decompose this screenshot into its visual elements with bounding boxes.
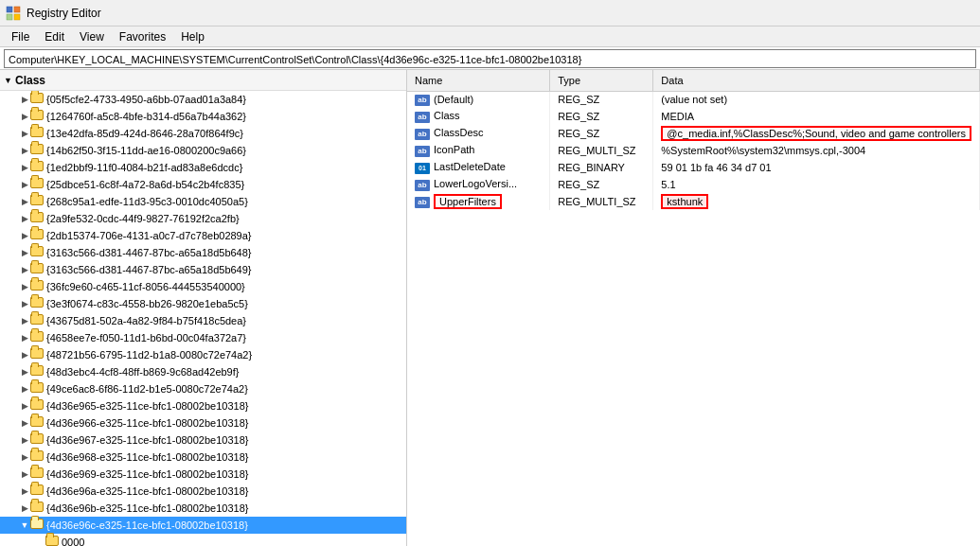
data-highlight: @c_media.inf,%ClassDesc%;Sound, video an…	[661, 126, 971, 141]
tree-panel[interactable]: ▼ Class ▶ {05f5cfe2-4733-4950-a6bb-07aad…	[0, 70, 407, 546]
tree-item[interactable]: ▶ {14b62f50-3f15-11dd-ae16-0800200c9a66}	[0, 142, 406, 159]
tree-item[interactable]: 0000	[0, 534, 406, 546]
tree-item[interactable]: ▶ {4d36e969-e325-11ce-bfc1-08002be10318}	[0, 466, 406, 483]
ab-icon: ab	[415, 180, 430, 191]
registry-data: (value not set)	[653, 91, 980, 108]
tree-item[interactable]: ▶ {48d3ebc4-4cf8-48ff-b869-9c68ad42eb9f}	[0, 363, 406, 380]
registry-row[interactable]: abLowerLogoVersi... REG_SZ 5.1	[407, 176, 980, 193]
tree-item-label: {25dbce51-6c8f-4a72-8a6d-b54c2b4fc835}	[46, 179, 244, 190]
registry-row[interactable]: ab(Default) REG_SZ (value not set)	[407, 91, 980, 108]
menu-help[interactable]: Help	[173, 28, 212, 45]
tree-item-label: {1ed2bbf9-11f0-4084-b21f-ad83a8e6dcdc}	[46, 162, 242, 173]
registry-row[interactable]: 01LastDeleteDate REG_BINARY 59 01 1b fa …	[407, 159, 980, 176]
tree-item[interactable]: ▶ {3163c566-d381-4467-87bc-a65a18d5b649}	[0, 261, 406, 278]
folder-icon	[30, 484, 44, 498]
ab-icon: ab	[415, 129, 430, 140]
tree-item-label: {48721b56-6795-11d2-b1a8-0080c72e74a2}	[46, 349, 252, 361]
tree-item[interactable]: ▶ {05f5cfe2-4733-4950-a6bb-07aad01a3a84}	[0, 91, 406, 108]
registry-type: REG_SZ	[550, 176, 653, 193]
registry-data: MEDIA	[653, 108, 980, 125]
folder-icon	[30, 314, 44, 327]
registry-row[interactable]: abIconPath REG_MULTI_SZ %SystemRoot%\sys…	[407, 142, 980, 159]
tree-item[interactable]: ▶ {49ce6ac8-6f86-11d2-b1e5-0080c72e74a2}	[0, 380, 406, 397]
menu-favorites[interactable]: Favorites	[112, 28, 173, 45]
tree-item[interactable]: ▶ {4d36e966-e325-11ce-bfc1-08002be10318}	[0, 414, 406, 432]
folder-icon	[30, 348, 44, 361]
tree-arrow: ▶	[19, 112, 30, 121]
registry-row[interactable]: abClassDesc REG_SZ @c_media.inf,%ClassDe…	[407, 125, 980, 142]
registry-row[interactable]: abClass REG_SZ MEDIA	[407, 108, 980, 125]
ab-icon: ab	[415, 197, 430, 208]
tree-item[interactable]: ▶ {25dbce51-6c8f-4a72-8a6d-b54c2b4fc835}	[0, 176, 406, 193]
tree-item-label: {4d36e96b-e325-11ce-bfc1-08002be10318}	[46, 502, 248, 514]
tree-arrow: ▶	[19, 231, 30, 240]
tree-item[interactable]: ▼ {4d36e96c-e325-11ce-bfc1-08002be10318}	[0, 517, 406, 534]
tree-item[interactable]: ▶ {268c95a1-edfe-11d3-95c3-0010dc4050a5}	[0, 193, 406, 210]
tree-arrow: ▶	[19, 401, 30, 411]
tree-item-label: 0000	[62, 537, 84, 546]
registry-type: REG_MULTI_SZ	[550, 193, 653, 210]
tree-item[interactable]: ▶ {43675d81-502a-4a82-9f84-b75f418c5dea}	[0, 312, 406, 329]
registry-rows: ab(Default) REG_SZ (value not set) abCla…	[407, 91, 980, 210]
tree-item-label: {4d36e968-e325-11ce-bfc1-08002be10318}	[46, 451, 248, 463]
menu-file[interactable]: File	[4, 28, 37, 45]
menu-view[interactable]: View	[72, 28, 112, 45]
tree-item-label: {4d36e966-e325-11ce-bfc1-08002be10318}	[46, 417, 248, 429]
folder-icon	[30, 382, 44, 396]
tree-item[interactable]: ▶ {2a9fe532-0cdc-44f9-9827-76192f2ca2fb}	[0, 210, 406, 227]
col-type: Type	[550, 70, 653, 91]
tree-item[interactable]: ▶ {4658ee7e-f050-11d1-b6bd-00c04fa372a7}	[0, 329, 406, 346]
folder-icon	[30, 212, 44, 225]
tree-item[interactable]: ▶ {1ed2bbf9-11f0-4084-b21f-ad83a8e6dcdc}	[0, 159, 406, 176]
tree-arrow: ▶	[19, 316, 30, 326]
tree-arrow: ▶	[19, 146, 30, 155]
registry-data: ksthunk	[653, 193, 980, 210]
tree-item[interactable]: ▶ {4d36e96b-e325-11ce-bfc1-08002be10318}	[0, 500, 406, 517]
svg-rect-0	[7, 7, 12, 12]
tree-item[interactable]: ▶ {4d36e967-e325-11ce-bfc1-08002be10318}	[0, 432, 406, 449]
tree-arrow: ▶	[19, 214, 30, 223]
folder-icon	[30, 467, 44, 481]
tree-item[interactable]: ▶ {1264760f-a5c8-4bfe-b314-d56a7b44a362}	[0, 108, 406, 125]
registry-table: Name Type Data ab(Default) REG_SZ (value…	[407, 70, 980, 210]
registry-data: @c_media.inf,%ClassDesc%;Sound, video an…	[653, 125, 980, 142]
tree-arrow: ▶	[19, 367, 30, 377]
address-path[interactable]: Computer\HKEY_LOCAL_MACHINE\SYSTEM\Curre…	[4, 49, 976, 68]
tree-arrow: ▶	[19, 350, 30, 360]
tree-arrow: ▶	[19, 486, 30, 496]
tree-item[interactable]: ▶ {3163c566-d381-4467-87bc-a65a18d5b648}	[0, 244, 406, 261]
tree-item-label: {2db15374-706e-4131-a0c7-d7c78eb0289a}	[46, 230, 252, 241]
col-data: Data	[653, 70, 980, 91]
tree-item[interactable]: ▶ {4d36e965-e325-11ce-bfc1-08002be10318}	[0, 397, 406, 414]
menu-edit[interactable]: Edit	[37, 28, 72, 45]
folder-icon	[30, 331, 44, 344]
tree-arrow: ▶	[19, 469, 30, 479]
window-title: Registry Editor	[27, 7, 101, 20]
tree-item[interactable]: ▶ {2db15374-706e-4131-a0c7-d7c78eb0289a}	[0, 227, 406, 244]
folder-icon	[30, 450, 44, 464]
tree-item[interactable]: ▶ {4d36e96a-e325-11ce-bfc1-08002be10318}	[0, 483, 406, 500]
tree-arrow: ▶	[19, 265, 30, 274]
tree-item-label: {4d36e96a-e325-11ce-bfc1-08002be10318}	[46, 485, 248, 497]
folder-icon	[30, 178, 44, 191]
folder-icon	[45, 536, 59, 546]
tree-item[interactable]: ▶ {48721b56-6795-11d2-b1a8-0080c72e74a2}	[0, 346, 406, 363]
right-panel[interactable]: Name Type Data ab(Default) REG_SZ (value…	[407, 70, 980, 546]
tree-arrow: ▶	[19, 452, 30, 462]
registry-row[interactable]: abUpperFilters REG_MULTI_SZ ksthunk	[407, 193, 980, 210]
tree-items: ▶ {05f5cfe2-4733-4950-a6bb-07aad01a3a84}…	[0, 91, 406, 546]
registry-data: 59 01 1b fa 46 34 d7 01	[653, 159, 980, 176]
registry-type: REG_SZ	[550, 108, 653, 125]
tree-item[interactable]: ▶ {13e42dfa-85d9-424d-8646-28a70f864f9c}	[0, 125, 406, 142]
tree-item[interactable]: ▶ {3e3f0674-c83c-4558-bb26-9820e1eba5c5}	[0, 295, 406, 312]
tree-item[interactable]: ▶ {36fc9e60-c465-11cf-8056-444553540000}	[0, 278, 406, 295]
folder-icon	[30, 365, 44, 379]
folder-icon	[30, 263, 44, 276]
tree-item[interactable]: ▶ {4d36e968-e325-11ce-bfc1-08002be10318}	[0, 449, 406, 466]
tree-item-label: {1264760f-a5c8-4bfe-b314-d56a7b44a362}	[46, 111, 246, 122]
tree-header-label: Class	[15, 74, 45, 87]
binary-icon: 01	[415, 163, 430, 174]
tree-arrow: ▶	[19, 435, 30, 445]
registry-type: REG_MULTI_SZ	[550, 142, 653, 159]
folder-icon	[30, 297, 44, 310]
